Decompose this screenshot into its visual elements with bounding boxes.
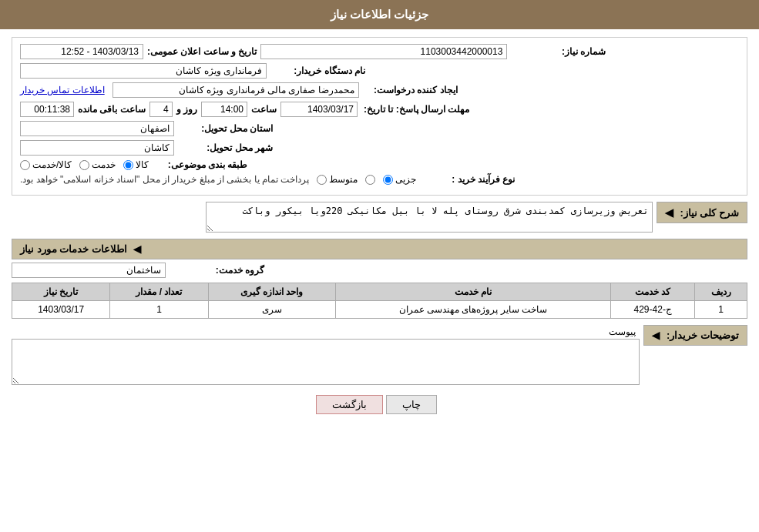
need-desc-label: شرح کلی نیاز: — [680, 207, 739, 219]
services-table: ردیف کد خدمت نام خدمت واحد اندازه گیری ت… — [12, 283, 747, 319]
deadline-remaining-label: ساعت باقی مانده — [78, 104, 146, 115]
need-desc-section-header: شرح کلی نیاز: ◀ — [657, 202, 747, 223]
province-row: استان محل تحویل: اصفهان — [20, 121, 739, 136]
deadline-row: مهلت ارسال پاسخ: تا تاریخ: 1403/03/17 سا… — [20, 102, 739, 117]
buyer-desc-content: پیوست — [12, 325, 640, 387]
col-quantity: تعداد / مقدار — [110, 283, 208, 301]
province-value: اصفهان — [20, 121, 174, 136]
col-unit: واحد اندازه گیری — [208, 283, 335, 301]
group-value: ساختمان — [12, 263, 166, 278]
col-service-name: نام خدمت — [335, 283, 611, 301]
cell-date: 1403/03/17 — [12, 301, 110, 319]
page-wrapper: جزئیات اطلاعات نیاز شماره نیاز: 11030034… — [0, 0, 759, 532]
announce-value: 1403/03/13 - 12:52 — [20, 44, 143, 59]
buyer-desc-header: توضیحات خریدار: ◀ — [643, 325, 747, 346]
page-header: جزئیات اطلاعات نیاز — [0, 0, 759, 29]
deadline-days: 4 — [149, 102, 173, 117]
cell-quantity: 1 — [110, 301, 208, 319]
city-row: شهر محل تحویل: کاشان — [20, 140, 739, 156]
cell-row: 1 — [695, 301, 747, 319]
need-desc-row: شرح کلی نیاز: ◀ — [12, 202, 747, 233]
buyer-desc-textarea[interactable] — [12, 339, 640, 385]
services-label: اطلاعات خدمات مورد نیاز — [20, 243, 127, 255]
need-desc-textarea[interactable] — [206, 202, 653, 233]
city-label: شهر محل تحویل: — [180, 142, 273, 153]
deadline-date: 1403/03/17 — [280, 102, 358, 117]
purchase-type-label: نوع فرآیند خرید : — [422, 174, 515, 185]
need-desc-icon: ◀ — [665, 206, 673, 219]
group-label: گروه خدمت: — [172, 265, 264, 276]
table-row: 1 ج-42-429 ساخت سایر پروژه‌های مهندسی عم… — [12, 301, 747, 319]
cell-service-name: ساخت سایر پروژه‌های مهندسی عمران — [335, 301, 611, 319]
need-number-value: 1103003442000013 — [260, 44, 507, 59]
purchase-type-radio-group: پرداخت تمام یا بخشی از مبلغ خریدار از مح… — [20, 174, 416, 185]
deadline-time: 14:00 — [201, 102, 247, 117]
back-button[interactable]: بازگشت — [316, 395, 383, 414]
cell-service-code: ج-42-429 — [611, 301, 695, 319]
group-row: گروه خدمت: ساختمان — [12, 263, 747, 278]
cell-unit: سری — [208, 301, 335, 319]
purchase-option-minor[interactable]: جزیی — [383, 174, 416, 185]
col-row: ردیف — [695, 283, 747, 301]
category-option-goods[interactable]: کالا — [123, 159, 149, 170]
main-content: شماره نیاز: 1103003442000013 تاریخ و ساع… — [0, 29, 759, 430]
general-form-grid: شماره نیاز: 1103003442000013 تاریخ و ساع… — [12, 38, 747, 195]
category-radio-group: کالا/خدمت خدمت کالا — [20, 159, 149, 170]
services-icon: ◀ — [133, 243, 141, 255]
province-label: استان محل تحویل: — [180, 123, 273, 134]
buyer-org-value: فرمانداری ویژه کاشان — [20, 63, 267, 79]
services-section-header: ◀ اطلاعات خدمات مورد نیاز — [12, 239, 747, 259]
col-service-code: کد خدمت — [611, 283, 695, 301]
buyer-org-label: نام دستگاه خریدار: — [273, 65, 365, 76]
category-option-service[interactable]: خدمت — [79, 159, 116, 170]
city-value: کاشان — [20, 140, 174, 156]
category-label: طبقه بندی موضوعی: — [155, 159, 247, 170]
purchase-option-medium[interactable]: متوسط — [317, 174, 358, 185]
creator-value: محمدرضا صفاری مالی فرمانداری ویژه کاشان — [113, 82, 359, 98]
category-row: طبقه بندی موضوعی: کالا/خدمت خدمت کالا — [20, 159, 739, 170]
print-button[interactable]: چاپ — [386, 395, 437, 414]
deadline-days-label: روز و — [176, 104, 197, 115]
buyer-desc-icon: ◀ — [652, 330, 660, 341]
purchase-type-row: نوع فرآیند خرید : پرداخت تمام یا بخشی از… — [20, 174, 739, 185]
buyer-desc-row: توضیحات خریدار: ◀ پیوست — [12, 325, 747, 387]
deadline-time-label: ساعت — [251, 104, 277, 115]
category-option-goods-service[interactable]: کالا/خدمت — [20, 159, 72, 170]
buyer-org-row: نام دستگاه خریدار: فرمانداری ویژه کاشان — [20, 63, 739, 79]
creator-row: ایجاد کننده درخواست: محمدرضا صفاری مالی … — [20, 82, 739, 98]
deadline-remaining: 00:11:38 — [20, 102, 74, 117]
purchase-note: پرداخت تمام یا بخشی از مبلغ خریدار از مح… — [20, 174, 309, 185]
creator-link[interactable]: اطلاعات تماس خریدار — [20, 85, 105, 95]
buyer-desc-label: توضیحات خریدار: — [667, 330, 739, 341]
creator-label: ایجاد کننده درخواست: — [365, 85, 458, 95]
deadline-label: مهلت ارسال پاسخ: تا تاریخ: — [364, 104, 469, 115]
col-date: تاریخ نیاز — [12, 283, 110, 301]
purchase-option-partial[interactable] — [365, 175, 375, 185]
need-number-row: شماره نیاز: 1103003442000013 تاریخ و ساع… — [20, 44, 739, 59]
general-info-section: شماره نیاز: 1103003442000013 تاریخ و ساع… — [12, 37, 747, 196]
announce-label: تاریخ و ساعت اعلان عمومی: — [147, 46, 257, 57]
need-number-label: شماره نیاز: — [513, 46, 606, 57]
page-title: جزئیات اطلاعات نیاز — [331, 8, 428, 21]
footer-buttons: بازگشت چاپ — [12, 387, 747, 422]
attachment-label: پیوست — [12, 325, 640, 339]
